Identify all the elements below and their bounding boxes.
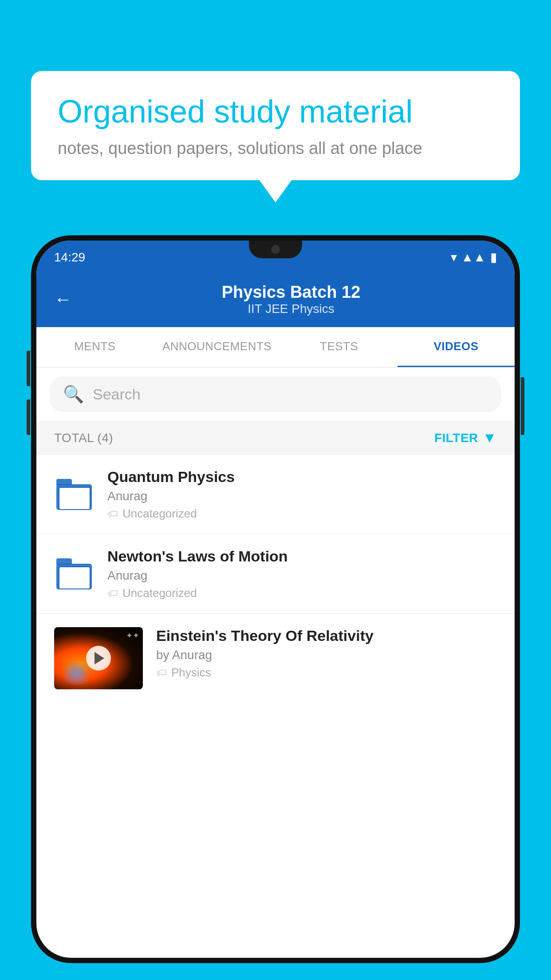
video-tag: 🏷 Physics — [156, 666, 497, 680]
phone-screen: 14:29 ▾ ▲▲ ▮ ← Physics Batch 12 IIT JEE … — [36, 241, 515, 958]
batch-subtitle: IIT JEE Physics — [85, 302, 497, 316]
play-triangle-icon — [94, 652, 104, 664]
tag-icon: 🏷 — [156, 667, 167, 679]
video-tag: 🏷 Uncategorized — [107, 586, 497, 600]
filter-icon: ▼ — [483, 430, 497, 446]
video-author: Anurag — [107, 489, 497, 503]
video-tag: 🏷 Uncategorized — [107, 507, 497, 521]
speech-bubble-title: Organised study material — [58, 93, 493, 130]
filter-label: FILTER — [434, 431, 478, 445]
tab-announcements[interactable]: ANNOUNCEMENTS — [153, 327, 280, 367]
speech-bubble-subtitle: notes, question papers, solutions all at… — [58, 139, 493, 158]
status-bar: 14:29 ▾ ▲▲ ▮ — [36, 241, 515, 274]
tag-label: Physics — [171, 666, 211, 680]
video-title: Quantum Physics — [107, 468, 497, 486]
side-button-power — [521, 377, 524, 435]
speech-bubble: Organised study material notes, question… — [31, 71, 520, 180]
front-camera — [271, 245, 280, 254]
search-icon: 🔍 — [63, 384, 84, 404]
search-container: 🔍 Search — [36, 368, 515, 421]
side-button-volume-up — [27, 351, 30, 386]
tag-icon: 🏷 — [107, 587, 118, 600]
video-author: Anurag — [107, 569, 497, 583]
tag-label: Uncategorized — [122, 586, 197, 600]
video-title: Einstein's Theory Of Relativity — [156, 627, 497, 644]
video-title: Newton's Laws of Motion — [107, 548, 497, 565]
video-folder-icon-container — [54, 554, 94, 594]
phone-notch — [249, 241, 302, 258]
tab-ments[interactable]: MENTS — [36, 327, 153, 367]
search-placeholder: Search — [93, 386, 141, 403]
side-button-volume-down — [27, 399, 30, 435]
tab-videos[interactable]: VIDEOS — [398, 327, 515, 367]
folder-icon — [56, 479, 92, 510]
tabs-container: MENTS ANNOUNCEMENTS TESTS VIDEOS — [36, 327, 515, 368]
tag-icon: 🏷 — [107, 508, 118, 520]
batch-title: Physics Batch 12 — [85, 283, 497, 302]
video-folder-icon-container — [54, 474, 94, 514]
video-info: Newton's Laws of Motion Anurag 🏷 Uncateg… — [107, 548, 497, 600]
filter-button[interactable]: FILTER ▼ — [434, 430, 497, 446]
tag-label: Uncategorized — [122, 507, 197, 521]
status-time: 14:29 — [54, 250, 85, 265]
list-item[interactable]: Newton's Laws of Motion Anurag 🏷 Uncateg… — [36, 534, 515, 614]
tab-tests[interactable]: TESTS — [280, 327, 398, 367]
stars-decoration: ✦✦ — [126, 631, 139, 640]
video-info: Einstein's Theory Of Relativity by Anura… — [156, 627, 497, 680]
phone-wrapper: 14:29 ▾ ▲▲ ▮ ← Physics Batch 12 IIT JEE … — [31, 235, 520, 980]
list-item[interactable]: Quantum Physics Anurag 🏷 Uncategorized — [36, 455, 515, 534]
back-button[interactable]: ← — [54, 289, 72, 309]
filter-bar: TOTAL (4) FILTER ▼ — [36, 421, 515, 455]
play-button[interactable] — [86, 646, 111, 671]
list-item[interactable]: ✦✦ Einstein's Theory Of Relativity by An… — [36, 614, 515, 703]
content-area: Quantum Physics Anurag 🏷 Uncategorized — [36, 455, 515, 703]
video-author: by Anurag — [156, 648, 497, 662]
search-bar[interactable]: 🔍 Search — [50, 376, 501, 412]
header-title-section: Physics Batch 12 IIT JEE Physics — [85, 283, 497, 316]
total-count: TOTAL (4) — [54, 431, 113, 445]
video-thumbnail: ✦✦ — [54, 627, 143, 689]
folder-icon — [56, 558, 92, 589]
battery-icon: ▮ — [490, 250, 497, 265]
signal-icon: ▲▲ — [461, 250, 486, 265]
app-header: ← Physics Batch 12 IIT JEE Physics — [36, 274, 515, 327]
video-info: Quantum Physics Anurag 🏷 Uncategorized — [107, 468, 497, 521]
phone-outer: 14:29 ▾ ▲▲ ▮ ← Physics Batch 12 IIT JEE … — [31, 235, 520, 963]
wifi-icon: ▾ — [451, 250, 457, 265]
status-icons: ▾ ▲▲ ▮ — [451, 250, 497, 265]
